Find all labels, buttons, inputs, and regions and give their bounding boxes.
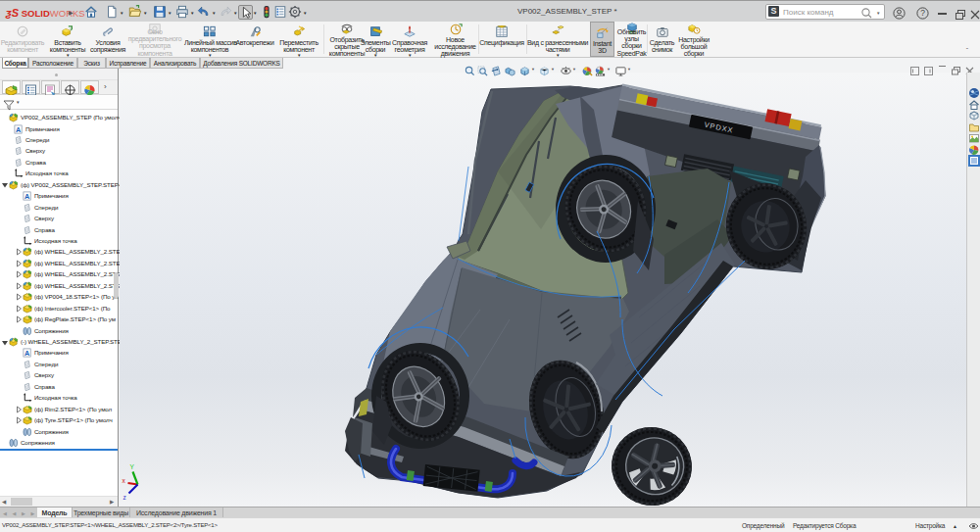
svg-text:z: z <box>123 494 126 501</box>
svg-text:Y: Y <box>130 463 135 470</box>
svg-text:?: ? <box>920 8 925 18</box>
svg-text:A: A <box>24 192 30 201</box>
svg-text:x: x <box>122 477 126 484</box>
svg-text:A: A <box>24 349 30 358</box>
svg-text:A: A <box>16 124 22 133</box>
